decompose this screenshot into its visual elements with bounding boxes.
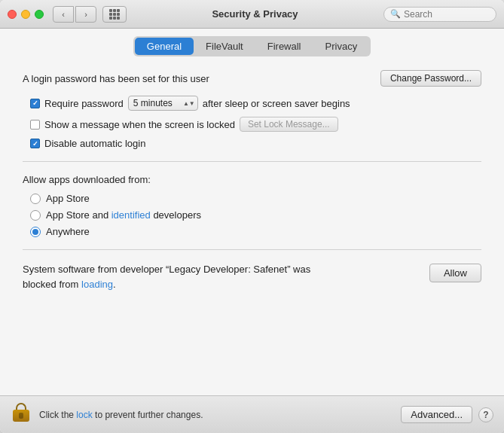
system-software-text-line2: blocked from loading. <box>23 279 116 290</box>
change-password-button[interactable]: Change Password... <box>380 70 481 87</box>
download-label: Allow apps downloaded from: <box>23 174 481 185</box>
bottom-right: Advanced... ? <box>401 406 493 423</box>
traffic-lights <box>8 10 44 19</box>
radio-app-store-identified[interactable]: App Store and identified developers <box>30 209 481 221</box>
help-button[interactable]: ? <box>478 407 493 422</box>
show-message-label: Show a message when the screen is locked <box>44 119 235 130</box>
search-input[interactable] <box>404 9 494 20</box>
radio-app-store-button[interactable] <box>30 194 41 204</box>
download-section: Allow apps downloaded from: App Store Ap… <box>23 174 481 237</box>
time-select[interactable]: immediately 5 seconds 1 minute 5 minutes… <box>128 96 198 111</box>
titlebar: ‹ › Security & Privacy 🔍 <box>0 0 504 29</box>
tab-firewall[interactable]: Firewall <box>255 38 313 55</box>
grid-icon <box>109 9 120 20</box>
maximize-button[interactable] <box>35 10 44 19</box>
divider-2 <box>23 249 481 250</box>
radio-anywhere-button[interactable] <box>30 227 41 237</box>
bottom-text: Click the lock to prevent further change… <box>39 410 393 420</box>
set-lock-message-button[interactable]: Set Lock Message... <box>240 117 338 132</box>
back-button[interactable]: ‹ <box>53 6 74 23</box>
tabs-container: General FileVault Firewall Privacy <box>133 36 371 56</box>
password-label: A login password has been set for this u… <box>23 73 209 84</box>
minimize-button[interactable] <box>21 10 30 19</box>
advanced-button[interactable]: Advanced... <box>401 406 472 423</box>
tab-privacy[interactable]: Privacy <box>313 38 370 55</box>
allow-button[interactable]: Allow <box>429 264 481 282</box>
require-password-checkbox[interactable] <box>30 99 40 108</box>
radio-app-store-identified-label: App Store and identified developers <box>46 209 201 221</box>
radio-anywhere-label: Anywhere <box>46 226 90 237</box>
tab-general[interactable]: General <box>135 38 194 55</box>
time-select-wrapper: immediately 5 seconds 1 minute 5 minutes… <box>128 96 198 111</box>
divider-1 <box>23 161 481 162</box>
disable-auto-login-label: Disable automatic login <box>44 138 145 149</box>
lock-link[interactable]: lock <box>76 410 92 420</box>
require-password-label: Require password <box>44 98 124 109</box>
radio-app-store-label: App Store <box>46 193 90 204</box>
lock-icon[interactable] <box>11 403 32 427</box>
window: ‹ › Security & Privacy 🔍 General FileVau… <box>0 0 504 433</box>
radio-app-store-identified-button[interactable] <box>30 210 41 221</box>
lock-body <box>13 410 29 422</box>
system-software-text: System software from developer “Legacy D… <box>23 262 417 291</box>
tab-filevault[interactable]: FileVault <box>194 38 255 55</box>
options-section: Require password immediately 5 seconds 1… <box>30 96 481 149</box>
system-software-section: System software from developer “Legacy D… <box>23 262 481 291</box>
identified-text: identified <box>111 209 151 221</box>
radio-group: App Store App Store and identified devel… <box>30 193 481 237</box>
tabs-bar: General FileVault Firewall Privacy <box>0 29 504 63</box>
main-content: A login password has been set for this u… <box>0 63 504 395</box>
bottom-bar: Click the lock to prevent further change… <box>0 395 504 433</box>
radio-anywhere[interactable]: Anywhere <box>30 226 481 237</box>
password-section: A login password has been set for this u… <box>23 70 481 87</box>
forward-button[interactable]: › <box>75 6 96 23</box>
grid-button[interactable] <box>102 6 127 23</box>
show-message-row: Show a message when the screen is locked… <box>30 117 481 132</box>
loading-link[interactable]: loading <box>81 279 113 290</box>
require-password-row: Require password immediately 5 seconds 1… <box>30 96 481 111</box>
nav-buttons: ‹ › <box>53 6 96 23</box>
system-software-text-line1: System software from developer “Legacy D… <box>23 264 310 275</box>
lock-text-start: Click the <box>39 410 74 420</box>
radio-app-store[interactable]: App Store <box>30 193 481 204</box>
disable-auto-login-row: Disable automatic login <box>30 138 481 149</box>
lock-text-end: to prevent further changes. <box>95 410 203 420</box>
window-title: Security & Privacy <box>127 8 383 20</box>
search-box[interactable]: 🔍 <box>383 7 496 22</box>
search-icon: 🔍 <box>390 9 401 19</box>
disable-auto-login-checkbox[interactable] <box>30 139 40 148</box>
close-button[interactable] <box>8 10 17 19</box>
show-message-checkbox[interactable] <box>30 120 40 130</box>
after-label: after sleep or screen saver begins <box>203 98 350 109</box>
